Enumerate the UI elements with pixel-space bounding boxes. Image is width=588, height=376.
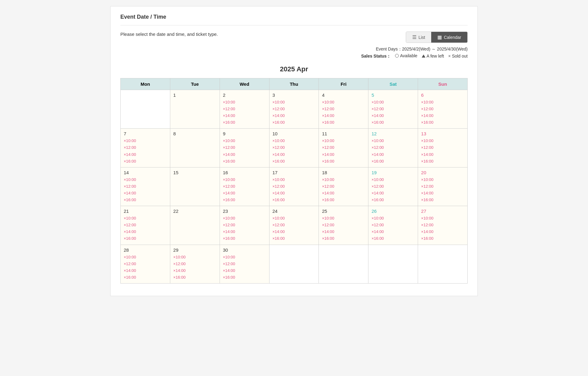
time-slot[interactable]: ×12:00 xyxy=(223,261,266,267)
time-slot[interactable]: ×16:00 xyxy=(322,197,365,203)
calendar-cell-2-6[interactable]: 12×10:00×12:00×14:00×16:00 xyxy=(368,129,418,167)
time-slot[interactable]: ×14:00 xyxy=(273,190,316,197)
time-slot[interactable]: ×16:00 xyxy=(273,158,316,165)
time-slot[interactable]: ×14:00 xyxy=(273,112,316,119)
time-slot[interactable]: ×14:00 xyxy=(421,190,464,197)
time-slot[interactable]: ×12:00 xyxy=(371,183,415,190)
time-slot[interactable]: ×14:00 xyxy=(173,267,217,274)
time-slot[interactable]: ×10:00 xyxy=(371,99,415,106)
calendar-cell-2-1[interactable]: 7×10:00×12:00×14:00×16:00 xyxy=(121,129,170,167)
calendar-cell-5-2[interactable]: 29×10:00×12:00×14:00×16:00 xyxy=(170,245,220,283)
time-slot[interactable]: ×16:00 xyxy=(124,235,167,242)
time-slot[interactable]: ×16:00 xyxy=(421,158,464,165)
time-slot[interactable]: ×16:00 xyxy=(223,197,266,203)
time-slot[interactable]: ×10:00 xyxy=(421,137,464,144)
time-slot[interactable]: ×14:00 xyxy=(273,228,316,235)
time-slot[interactable]: ×16:00 xyxy=(273,235,316,242)
time-slot[interactable]: ×12:00 xyxy=(421,144,464,151)
time-slot[interactable]: ×16:00 xyxy=(273,197,316,203)
calendar-cell-3-2[interactable]: 15 xyxy=(170,167,220,206)
time-slot[interactable]: ×10:00 xyxy=(322,99,365,106)
time-slot[interactable]: ×16:00 xyxy=(223,235,266,242)
calendar-cell-4-6[interactable]: 26×10:00×12:00×14:00×16:00 xyxy=(368,206,418,245)
time-slot[interactable]: ×16:00 xyxy=(322,158,365,165)
calendar-cell-2-5[interactable]: 11×10:00×12:00×14:00×16:00 xyxy=(319,129,368,167)
calendar-cell-1-6[interactable]: 5×10:00×12:00×14:00×16:00 xyxy=(368,90,418,129)
time-slot[interactable]: ×10:00 xyxy=(371,137,415,144)
time-slot[interactable]: ×10:00 xyxy=(223,137,266,144)
list-view-button[interactable]: ☰ List xyxy=(406,32,431,43)
time-slot[interactable]: ×14:00 xyxy=(421,151,464,158)
time-slot[interactable]: ×14:00 xyxy=(223,228,266,235)
time-slot[interactable]: ×16:00 xyxy=(273,119,316,126)
time-slot[interactable]: ×12:00 xyxy=(322,183,365,190)
time-slot[interactable]: ×10:00 xyxy=(124,176,167,183)
time-slot[interactable]: ×14:00 xyxy=(223,151,266,158)
calendar-cell-3-7[interactable]: 20×10:00×12:00×14:00×16:00 xyxy=(418,167,468,206)
time-slot[interactable]: ×10:00 xyxy=(273,137,316,144)
time-slot[interactable]: ×10:00 xyxy=(421,215,464,222)
time-slot[interactable]: ×14:00 xyxy=(322,112,365,119)
time-slot[interactable]: ×16:00 xyxy=(322,235,365,242)
time-slot[interactable]: ×16:00 xyxy=(371,235,415,242)
calendar-cell-1-4[interactable]: 3×10:00×12:00×14:00×16:00 xyxy=(269,90,319,129)
time-slot[interactable]: ×12:00 xyxy=(371,144,415,151)
calendar-cell-2-7[interactable]: 13×10:00×12:00×14:00×16:00 xyxy=(418,129,468,167)
calendar-cell-4-1[interactable]: 21×10:00×12:00×14:00×16:00 xyxy=(121,206,170,245)
time-slot[interactable]: ×14:00 xyxy=(124,228,167,235)
time-slot[interactable]: ×12:00 xyxy=(124,222,167,228)
time-slot[interactable]: ×10:00 xyxy=(223,99,266,106)
time-slot[interactable]: ×14:00 xyxy=(223,190,266,197)
time-slot[interactable]: ×12:00 xyxy=(124,183,167,190)
time-slot[interactable]: ×14:00 xyxy=(273,151,316,158)
time-slot[interactable]: ×16:00 xyxy=(124,197,167,203)
time-slot[interactable]: ×12:00 xyxy=(223,183,266,190)
calendar-cell-4-7[interactable]: 27×10:00×12:00×14:00×16:00 xyxy=(418,206,468,245)
time-slot[interactable]: ×14:00 xyxy=(371,190,415,197)
calendar-cell-1-7[interactable]: 6×10:00×12:00×14:00×16:00 xyxy=(418,90,468,129)
time-slot[interactable]: ×10:00 xyxy=(421,176,464,183)
time-slot[interactable]: ×12:00 xyxy=(371,222,415,228)
time-slot[interactable]: ×16:00 xyxy=(223,119,266,126)
calendar-cell-3-3[interactable]: 16×10:00×12:00×14:00×16:00 xyxy=(220,167,269,206)
time-slot[interactable]: ×14:00 xyxy=(371,228,415,235)
time-slot[interactable]: ×10:00 xyxy=(273,99,316,106)
time-slot[interactable]: ×10:00 xyxy=(173,254,217,261)
time-slot[interactable]: ×12:00 xyxy=(173,261,217,267)
time-slot[interactable]: ×10:00 xyxy=(223,176,266,183)
calendar-cell-4-4[interactable]: 24×10:00×12:00×14:00×16:00 xyxy=(269,206,319,245)
time-slot[interactable]: ×12:00 xyxy=(273,106,316,112)
time-slot[interactable]: ×10:00 xyxy=(124,254,167,261)
time-slot[interactable]: ×16:00 xyxy=(124,158,167,165)
time-slot[interactable]: ×12:00 xyxy=(371,106,415,112)
time-slot[interactable]: ×10:00 xyxy=(223,215,266,222)
time-slot[interactable]: ×12:00 xyxy=(124,261,167,267)
time-slot[interactable]: ×10:00 xyxy=(322,176,365,183)
time-slot[interactable]: ×14:00 xyxy=(322,228,365,235)
time-slot[interactable]: ×10:00 xyxy=(371,176,415,183)
calendar-view-button[interactable]: ▦ Calendar xyxy=(431,32,467,43)
time-slot[interactable]: ×10:00 xyxy=(223,254,266,261)
time-slot[interactable]: ×16:00 xyxy=(223,274,266,281)
time-slot[interactable]: ×16:00 xyxy=(173,274,217,281)
time-slot[interactable]: ×12:00 xyxy=(273,144,316,151)
calendar-cell-2-3[interactable]: 9×10:00×12:00×14:00×16:00 xyxy=(220,129,269,167)
calendar-cell-4-2[interactable]: 22 xyxy=(170,206,220,245)
time-slot[interactable]: ×10:00 xyxy=(124,215,167,222)
time-slot[interactable]: ×14:00 xyxy=(124,190,167,197)
time-slot[interactable]: ×12:00 xyxy=(322,106,365,112)
calendar-cell-4-3[interactable]: 23×10:00×12:00×14:00×16:00 xyxy=(220,206,269,245)
time-slot[interactable]: ×14:00 xyxy=(421,112,464,119)
time-slot[interactable]: ×14:00 xyxy=(223,267,266,274)
calendar-cell-5-3[interactable]: 30×10:00×12:00×14:00×16:00 xyxy=(220,245,269,283)
time-slot[interactable]: ×12:00 xyxy=(273,183,316,190)
time-slot[interactable]: ×12:00 xyxy=(223,144,266,151)
time-slot[interactable]: ×12:00 xyxy=(322,222,365,228)
time-slot[interactable]: ×14:00 xyxy=(124,151,167,158)
calendar-cell-1-3[interactable]: 2×10:00×12:00×14:00×16:00 xyxy=(220,90,269,129)
time-slot[interactable]: ×12:00 xyxy=(322,144,365,151)
time-slot[interactable]: ×10:00 xyxy=(124,137,167,144)
time-slot[interactable]: ×12:00 xyxy=(124,144,167,151)
calendar-cell-3-1[interactable]: 14×10:00×12:00×14:00×16:00 xyxy=(121,167,170,206)
time-slot[interactable]: ×10:00 xyxy=(273,215,316,222)
